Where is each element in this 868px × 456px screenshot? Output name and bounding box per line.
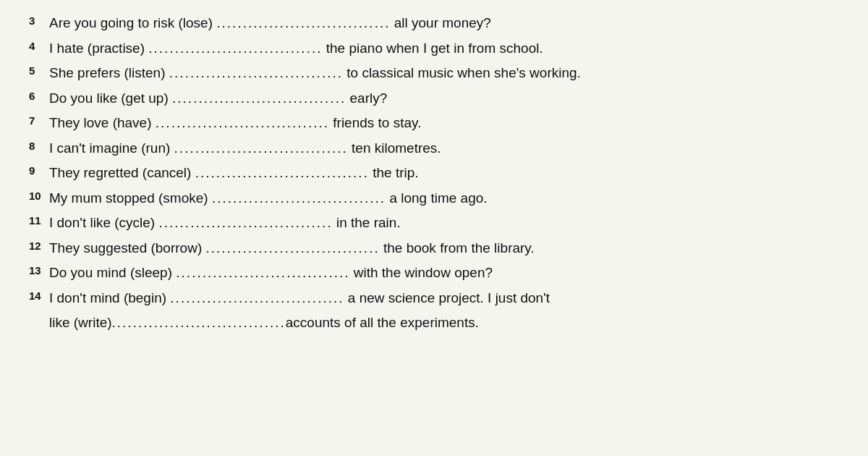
exercise-item: 11I don't like (cycle) .................… — [29, 213, 839, 234]
exercise-item: 7They love (have) ......................… — [29, 113, 839, 134]
fill-dots: ................................. — [172, 88, 346, 109]
exercise-item: 13Do you mind (sleep) ..................… — [29, 263, 839, 284]
item-number: 8 — [29, 138, 49, 155]
item-number: 5 — [29, 63, 49, 80]
item-number: 9 — [29, 163, 49, 180]
exercise-item: 12They suggested (borrow) ..............… — [29, 238, 839, 259]
item-text: My mum stopped (smoke) .................… — [49, 188, 839, 209]
exercise-item: 4I hate (practise) .....................… — [29, 38, 839, 59]
item-text: Do you like (get up) ...................… — [49, 88, 839, 109]
continuation-line: like (write) ...........................… — [29, 313, 839, 334]
item-text: I hate (practise) ......................… — [49, 38, 839, 59]
fill-dots: ................................. — [156, 113, 329, 134]
fill-dots: ................................. — [148, 38, 322, 59]
exercise-item: 9They regretted (cancel) ...............… — [29, 163, 839, 184]
fill-dots: ................................. — [206, 238, 380, 259]
item-number: 12 — [29, 238, 49, 255]
exercise-item: 5She prefers (listen) ..................… — [29, 63, 839, 84]
exercise-item: 6Do you like (get up) ..................… — [29, 88, 839, 109]
exercise-item: 14I don't mind (begin) .................… — [29, 288, 839, 309]
item-text: Are you going to risk (lose) ...........… — [49, 13, 839, 34]
item-text: Do you mind (sleep) ....................… — [49, 263, 839, 284]
fill-dots: ................................. — [170, 288, 344, 309]
fill-dots: ................................. — [216, 13, 390, 34]
item-number: 13 — [29, 263, 49, 279]
item-text: I don't like (cycle) ...................… — [49, 213, 839, 234]
exercise-list: 3Are you going to risk (lose) ..........… — [29, 13, 839, 308]
item-text: She prefers (listen) ...................… — [49, 63, 839, 84]
fill-dots: ................................. — [174, 138, 348, 159]
item-text: I don't mind (begin) ...................… — [49, 288, 839, 309]
item-number: 6 — [29, 88, 49, 105]
item-number: 4 — [29, 38, 49, 55]
item-number: 14 — [29, 288, 49, 305]
item-text: They love (have) .......................… — [49, 113, 839, 134]
item-text: I can't imagine (run) ..................… — [49, 138, 839, 159]
fill-dots: ................................. — [158, 213, 332, 234]
exercise-item: 8I can't imagine (run) .................… — [29, 138, 839, 159]
item-number: 3 — [29, 13, 49, 30]
item-text: They regretted (cancel) ................… — [49, 163, 839, 184]
fill-dots: ................................. — [212, 188, 386, 209]
item-number: 11 — [29, 213, 49, 229]
fill-dots: ................................. — [176, 263, 349, 284]
fill-dots: ................................. — [169, 63, 343, 84]
exercise-item: 10My mum stopped (smoke) ...............… — [29, 188, 839, 209]
item-text: They suggested (borrow) ................… — [49, 238, 839, 259]
fill-dots: ................................. — [195, 163, 369, 184]
item-number: 10 — [29, 188, 49, 205]
exercise-item: 3Are you going to risk (lose) ..........… — [29, 13, 839, 34]
fill-dots: ................................. — [112, 313, 286, 334]
item-number: 7 — [29, 113, 49, 130]
exercise-page: 3Are you going to risk (lose) ..........… — [0, 0, 868, 456]
